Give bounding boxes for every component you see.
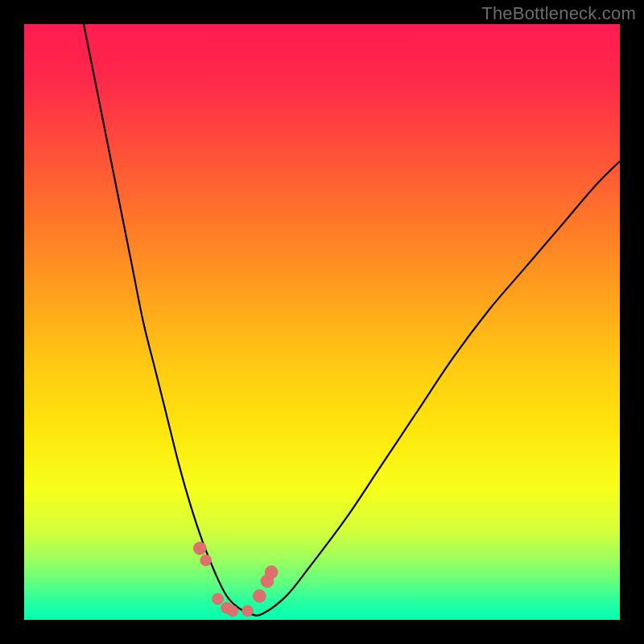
curve-svg	[24, 24, 620, 620]
marker-point	[242, 605, 254, 617]
plot-area	[24, 24, 620, 620]
marker-point	[227, 605, 238, 617]
marker-point	[265, 566, 278, 579]
chart-frame: TheBottleneck.com	[0, 0, 644, 644]
marker-point	[200, 555, 212, 566]
bottleneck-curve	[84, 24, 620, 616]
marker-point	[253, 589, 266, 602]
watermark-text: TheBottleneck.com	[481, 3, 636, 24]
marker-point	[193, 542, 206, 555]
marker-point	[213, 593, 224, 605]
